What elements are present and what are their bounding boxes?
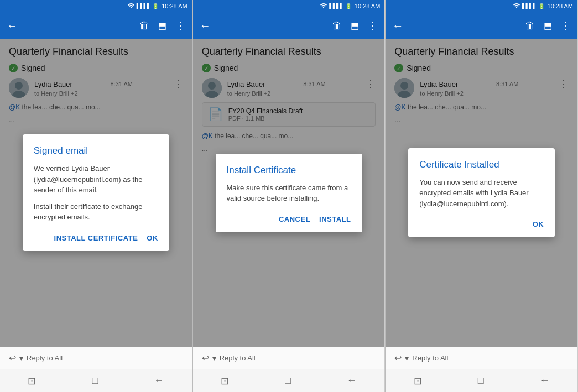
dialog-body-line2-1: Install their certificate to exchange en… xyxy=(34,201,158,223)
email-content-3: Quarterly Financial Results ✓ Signed Lyd… xyxy=(386,39,577,347)
status-bar-2: ▌▌▌▌ 🔋 10:28 AM xyxy=(193,0,385,12)
reply-dropdown-1: ▾ xyxy=(19,354,23,363)
reply-dropdown-3: ▾ xyxy=(405,354,409,363)
reply-bar-2: ↩ ▾ Reply to All xyxy=(193,347,385,369)
dialog-2: Install Certificate Make sure this certi… xyxy=(216,154,362,232)
dialog-title-2: Install Certificate xyxy=(227,165,351,176)
dialog-body-2: Make sure this certificate came from a v… xyxy=(227,182,351,204)
dialog-title-3: Certificate Installed xyxy=(419,159,544,170)
battery-icon-2: 🔋 xyxy=(345,3,352,9)
cancel-button-2[interactable]: CANCEL xyxy=(279,213,310,226)
back-button-1[interactable]: ← xyxy=(7,19,18,32)
signal-icon: ▌▌▌▌ xyxy=(137,3,151,9)
action-bar-icons-2: 🗑 ⬒ ⋮ xyxy=(332,19,378,32)
battery-icon-1: 🔋 xyxy=(152,3,159,9)
nav-bar-1: ⊡ □ ← xyxy=(0,369,192,392)
reply-label-1[interactable]: Reply to All xyxy=(27,354,63,362)
nav-bar-3: ⊡ □ ← xyxy=(386,369,577,392)
status-time-2: 10:28 AM xyxy=(355,3,380,9)
svg-point-4 xyxy=(323,7,324,8)
more-icon-2[interactable]: ⋮ xyxy=(368,19,378,32)
dialog-actions-3: OK xyxy=(419,218,544,231)
status-bar-1: ▌▌▌▌ 🔋 10:28 AM xyxy=(0,0,192,12)
status-time-1: 10:28 AM xyxy=(162,3,187,9)
more-icon-1[interactable]: ⋮ xyxy=(175,19,185,32)
delete-icon-3[interactable]: 🗑 xyxy=(525,20,535,32)
more-icon-3[interactable]: ⋮ xyxy=(561,19,571,32)
back-button-3[interactable]: ← xyxy=(392,19,403,32)
install-button-2[interactable]: INSTALL xyxy=(319,213,351,226)
reply-label-3[interactable]: Reply to All xyxy=(412,354,448,362)
dialog-title-1: Signed email xyxy=(34,145,158,156)
overlay-1: Signed email We verified Lydia Bauer (ly… xyxy=(0,39,192,347)
delete-icon-1[interactable]: 🗑 xyxy=(139,20,149,32)
dialog-1: Signed email We verified Lydia Bauer (ly… xyxy=(23,134,169,251)
signal-icon-3: ▌▌▌▌ xyxy=(522,3,537,9)
nav-back-3[interactable]: ← xyxy=(540,375,550,386)
dialog-body-1: We verified Lydia Bauer (lydia@lucernepu… xyxy=(34,163,158,223)
email-content-2: Quarterly Financial Results ✓ Signed Lyd… xyxy=(193,39,385,347)
nav-home-1[interactable]: □ xyxy=(92,375,98,386)
action-bar-3: ← 🗑 ⬒ ⋮ xyxy=(386,12,577,39)
wifi-icon xyxy=(127,3,135,9)
status-time-3: 10:28 AM xyxy=(548,3,573,9)
archive-icon-1[interactable]: ⬒ xyxy=(158,20,166,31)
action-bar-icons-3: 🗑 ⬒ ⋮ xyxy=(525,19,571,32)
phone-panel-1: ▌▌▌▌ 🔋 10:28 AM ← 🗑 ⬒ ⋮ Quarterly Financ… xyxy=(0,0,192,392)
reply-icon-2: ↩ xyxy=(202,353,209,363)
dialog-body-line1-2: Make sure this certificate came from a v… xyxy=(227,182,351,204)
reply-label-2[interactable]: Reply to All xyxy=(220,354,256,362)
dialog-body-line1-1: We verified Lydia Bauer (lydia@lucernepu… xyxy=(34,163,158,196)
status-icons-2: ▌▌▌▌ 🔋 10:28 AM xyxy=(320,3,380,9)
svg-point-0 xyxy=(130,7,131,8)
nav-recents-3[interactable]: ⊡ xyxy=(414,375,422,387)
dialog-body-3: You can now send and receive encrypted e… xyxy=(419,177,544,210)
ok-button-3[interactable]: OK xyxy=(533,218,544,231)
action-bar-icons-1: 🗑 ⬒ ⋮ xyxy=(139,19,185,32)
status-bar-3: ▌▌▌▌ 🔋 10:28 AM xyxy=(386,0,577,12)
reply-bar-3: ↩ ▾ Reply to All xyxy=(386,347,577,369)
dialog-actions-2: CANCEL INSTALL xyxy=(227,213,351,226)
svg-point-8 xyxy=(516,7,517,8)
phone-panel-2: ▌▌▌▌ 🔋 10:28 AM ← 🗑 ⬒ ⋮ Quarterly Financ… xyxy=(193,0,386,392)
battery-icon-3: 🔋 xyxy=(538,3,545,9)
action-bar-2: ← 🗑 ⬒ ⋮ xyxy=(193,12,385,39)
wifi-icon-3 xyxy=(513,3,520,9)
action-bar-1: ← 🗑 ⬒ ⋮ xyxy=(0,12,192,39)
nav-bar-2: ⊡ □ ← xyxy=(193,369,385,392)
reply-dropdown-2: ▾ xyxy=(212,354,216,363)
nav-home-3[interactable]: □ xyxy=(478,375,484,386)
wifi-icon-2 xyxy=(320,3,327,9)
ok-button-1[interactable]: OK xyxy=(147,232,158,244)
reply-icon-1: ↩ xyxy=(9,353,16,363)
nav-recents-1[interactable]: ⊡ xyxy=(28,375,36,387)
reply-bar-1: ↩ ▾ Reply to All xyxy=(0,347,192,369)
email-content-1: Quarterly Financial Results ✓ Signed Lyd… xyxy=(0,39,192,347)
overlay-2: Install Certificate Make sure this certi… xyxy=(193,39,385,347)
status-icons-3: ▌▌▌▌ 🔋 10:28 AM xyxy=(513,3,573,9)
archive-icon-2[interactable]: ⬒ xyxy=(351,20,359,31)
nav-recents-2[interactable]: ⊡ xyxy=(221,375,229,387)
delete-icon-2[interactable]: 🗑 xyxy=(332,20,342,32)
status-icons-1: ▌▌▌▌ 🔋 10:28 AM xyxy=(127,3,188,9)
overlay-3: Certificate Installed You can now send a… xyxy=(386,39,577,347)
phone-panel-3: ▌▌▌▌ 🔋 10:28 AM ← 🗑 ⬒ ⋮ Quarterly Financ… xyxy=(386,0,578,392)
nav-back-1[interactable]: ← xyxy=(154,375,164,386)
nav-back-2[interactable]: ← xyxy=(347,375,357,386)
nav-home-2[interactable]: □ xyxy=(285,375,291,386)
signal-icon-2: ▌▌▌▌ xyxy=(329,3,343,9)
dialog-3: Certificate Installed You can now send a… xyxy=(408,148,555,238)
install-cert-button[interactable]: INSTALL CERTIFICATE xyxy=(54,232,138,244)
archive-icon-3[interactable]: ⬒ xyxy=(544,20,552,31)
back-button-2[interactable]: ← xyxy=(200,19,211,32)
reply-icon-3: ↩ xyxy=(394,353,402,363)
dialog-actions-1: INSTALL CERTIFICATE OK xyxy=(34,232,158,244)
dialog-body-line1-3: You can now send and receive encrypted e… xyxy=(419,177,544,210)
